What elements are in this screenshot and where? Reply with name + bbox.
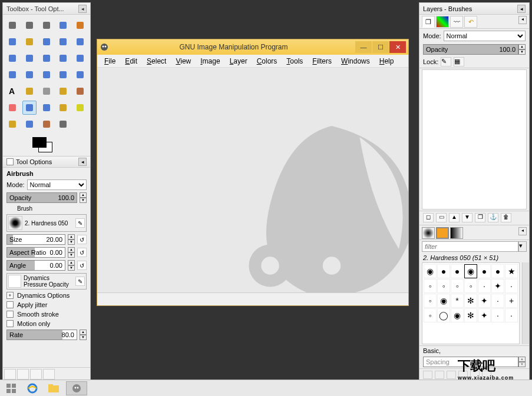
brush-tab-menu-button[interactable]: ◂ <box>518 227 527 235</box>
brush-cell[interactable]: ✦ <box>491 279 504 293</box>
duplicate-brush-button[interactable] <box>447 371 456 379</box>
dynamics-edit-button[interactable]: ✎ <box>75 277 85 286</box>
menu-image[interactable]: Image <box>197 56 223 66</box>
mode-select[interactable]: Normal <box>27 179 87 190</box>
brush-cell[interactable]: · <box>505 308 518 322</box>
menu-help[interactable]: Help <box>376 56 398 66</box>
brush-cell[interactable]: ● <box>451 264 464 278</box>
layers-dock-close-button[interactable]: ◂ <box>517 5 526 13</box>
brush-cell[interactable]: ✦ <box>478 308 491 322</box>
duplicate-layer-button[interactable]: ❐ <box>475 213 485 222</box>
foreground-select-icon[interactable] <box>22 35 37 49</box>
gradients-tab[interactable] <box>450 227 463 239</box>
eraser-icon[interactable] <box>5 101 19 115</box>
rate-spinner[interactable]: ▲▼ <box>80 330 87 340</box>
smooth-stroke-checkbox[interactable] <box>6 311 14 318</box>
brush-cell[interactable]: ◉ <box>424 264 437 278</box>
brush-cell[interactable]: ◦ <box>424 294 437 308</box>
airbrush-icon[interactable] <box>22 101 37 115</box>
cage-icon[interactable] <box>73 68 87 82</box>
lock-pixels-button[interactable]: ✎ <box>441 57 451 66</box>
crop-icon[interactable] <box>56 51 70 65</box>
brush-cell[interactable]: ✻ <box>464 308 477 322</box>
apply-jitter-checkbox[interactable] <box>6 301 14 308</box>
bucket-fill-icon[interactable] <box>22 84 37 98</box>
brush-cell[interactable]: ◦ <box>464 279 477 293</box>
brush-cell[interactable]: ★ <box>505 264 518 278</box>
brushes-tab[interactable] <box>422 227 435 239</box>
angle-reset-button[interactable]: ↺ <box>77 261 87 270</box>
patterns-tab[interactable] <box>436 227 449 239</box>
angle-slider[interactable]: Angle0.00 <box>6 260 65 271</box>
brush-cell[interactable]: ◉ <box>464 264 477 278</box>
opacity-slider[interactable]: Opacity100.0 <box>6 192 77 203</box>
maximize-button[interactable]: ☐ <box>372 41 389 53</box>
undo-history-tab[interactable]: ↶ <box>464 16 477 28</box>
minimize-button[interactable]: — <box>355 41 372 53</box>
scissors-icon[interactable] <box>5 35 19 49</box>
lock-alpha-button[interactable]: ▦ <box>454 57 464 66</box>
toolbox-close-button[interactable]: ◂ <box>78 5 87 13</box>
layers-tab-menu-button[interactable]: ◂ <box>518 16 527 24</box>
raise-layer-button[interactable]: ▲ <box>449 213 460 222</box>
move-icon[interactable] <box>22 51 37 65</box>
delete-preset-button[interactable] <box>30 369 42 380</box>
delete-layer-button[interactable]: 🗑 <box>501 213 511 222</box>
brush-cell[interactable]: ✻ <box>464 294 477 308</box>
shear-icon[interactable] <box>22 68 37 82</box>
layer-opacity-spinner[interactable]: ▲▼ <box>518 44 526 55</box>
anchor-layer-button[interactable]: ⚓ <box>488 213 498 222</box>
paths-icon[interactable] <box>39 35 54 49</box>
brush-cell[interactable]: ◦ <box>451 279 464 293</box>
layers-dock-titlebar[interactable]: Layers - Brushes ◂ <box>419 3 529 15</box>
size-spinner[interactable]: ▲▼ <box>68 234 75 245</box>
tool-options-menu-button[interactable]: ◂ <box>78 158 87 166</box>
brush-grid-scrollbar[interactable] <box>522 262 529 344</box>
brush-cell[interactable]: ✦ <box>478 294 491 308</box>
perspective-clone-icon[interactable] <box>5 117 19 131</box>
scale-icon[interactable] <box>5 68 19 82</box>
menu-file[interactable]: File <box>101 56 119 66</box>
brush-cell[interactable]: ◉ <box>451 308 464 322</box>
brush-cell[interactable]: · <box>505 279 518 293</box>
layers-list[interactable] <box>422 69 527 209</box>
dynamics-selector[interactable]: Dynamics Pressure Opacity ✎ <box>6 273 87 289</box>
perspective-icon[interactable] <box>39 68 54 82</box>
brush-cell[interactable]: · <box>478 279 491 293</box>
brush-filter-dropdown[interactable]: ▾ <box>518 241 527 252</box>
save-preset-button[interactable] <box>4 369 16 380</box>
brush-cell[interactable]: ◦ <box>424 308 437 322</box>
opacity-spinner[interactable]: ▲▼ <box>80 192 87 203</box>
start-button[interactable] <box>2 381 20 395</box>
rate-slider[interactable]: Rate80.0 <box>6 330 77 340</box>
dynamics-options-expander[interactable]: + <box>6 292 14 299</box>
brush-selector[interactable]: 2. Hardness 050 ✎ <box>6 214 87 232</box>
brush-grid[interactable]: ◉●●◉●●★◦◦◦◦·✦·◦◉*✻✦·+◦◯◉✻✦·· <box>422 262 520 344</box>
size-slider[interactable]: Size20.00 <box>6 234 65 245</box>
pencil-icon[interactable] <box>56 84 70 98</box>
brush-cell[interactable]: ● <box>478 264 491 278</box>
brush-cell[interactable]: ◦ <box>437 279 450 293</box>
brush-cell[interactable]: ◉ <box>437 294 450 308</box>
menu-layer[interactable]: Layer <box>226 56 251 66</box>
dodge-burn-icon[interactable] <box>56 117 70 131</box>
zoom-icon[interactable] <box>73 35 87 49</box>
align-icon[interactable] <box>39 51 54 65</box>
free-select-icon[interactable] <box>39 18 54 32</box>
rotate-icon[interactable] <box>73 51 87 65</box>
fg-color-swatch[interactable] <box>32 137 47 148</box>
ink-icon[interactable] <box>39 101 54 115</box>
ellipse-select-icon[interactable] <box>22 18 37 32</box>
brush-tag-basic[interactable]: Basic, <box>419 345 529 355</box>
channels-tab[interactable] <box>436 16 449 28</box>
brush-cell[interactable]: ◯ <box>437 308 450 322</box>
menu-select[interactable]: Select <box>143 56 170 66</box>
brush-filter-input[interactable] <box>422 241 518 252</box>
color-picker-icon[interactable] <box>56 35 70 49</box>
blend-icon[interactable] <box>39 84 54 98</box>
menu-colors[interactable]: Colors <box>253 56 281 66</box>
paths-tab[interactable]: 〰 <box>450 16 463 28</box>
restore-preset-button[interactable] <box>17 369 29 380</box>
brush-cell[interactable]: · <box>491 308 504 322</box>
aspect-spinner[interactable]: ▲▼ <box>68 247 75 258</box>
